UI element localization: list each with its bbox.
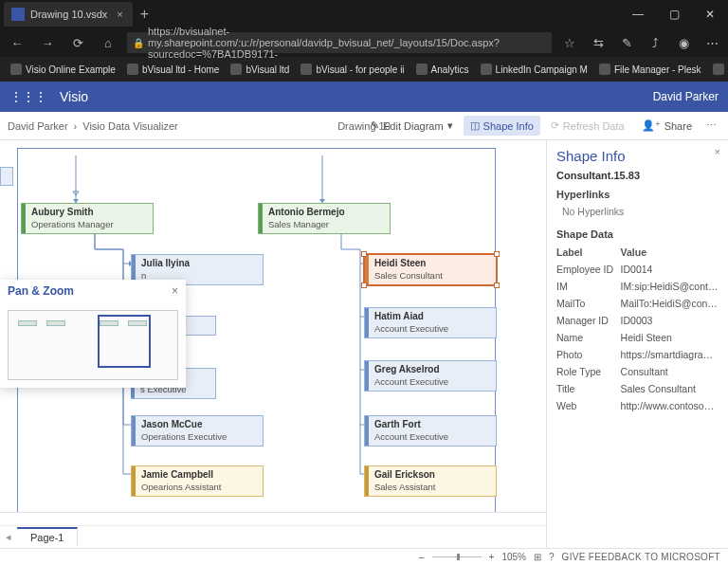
node-name: Jason McCue (141, 419, 257, 431)
bookmark-item[interactable]: bVisual ltd (226, 62, 294, 77)
node-role: Operations Manager (31, 219, 147, 230)
feedback-link[interactable]: GIVE FEEDBACK TO MICROSOFT (562, 552, 720, 562)
node-name: Antonio Bermejo (268, 207, 384, 219)
more-actions-icon[interactable]: ⋯ (702, 119, 720, 132)
url-text: https://bvisualnet-my.sharepoint.com/:u:… (148, 26, 546, 60)
bookmark-item[interactable]: LinkedIn (708, 62, 728, 77)
horizontal-scrollbar[interactable] (0, 513, 546, 526)
breadcrumb-root[interactable]: David Parker (8, 120, 68, 132)
node-role: Operations Executive (141, 431, 257, 443)
org-node-selected[interactable]: Heidi Steen Sales Consultant (364, 254, 497, 285)
table-row: MailToMailTo:HeidiS@con… (556, 295, 719, 312)
bookmark-favicon (599, 64, 610, 75)
close-panzoom-icon[interactable]: × (172, 284, 178, 298)
app-name: Visio (60, 89, 88, 104)
org-node[interactable]: Aubury Smith Operations Manager (21, 203, 154, 234)
share-icon: 👤⁺ (642, 119, 661, 132)
drawing-canvas[interactable]: Aubury Smith Operations Manager Julia Il… (0, 140, 546, 548)
document-title: Drawing 10 (337, 120, 391, 132)
share-button[interactable]: 👤⁺ Share (635, 116, 699, 136)
bookmark-item[interactable]: Visio Online Example (6, 62, 120, 77)
shape-data-table: LabelValue Employee IDID0014 IMIM:sip:He… (556, 244, 719, 414)
home-button[interactable]: ⌂ (97, 36, 119, 50)
node-name: Garth Fort (374, 419, 490, 431)
more-browser-icon[interactable]: ⋯ (701, 36, 722, 50)
org-node[interactable]: Hatim Aiad Account Executive (364, 307, 497, 338)
close-window-button[interactable]: ✕ (692, 0, 728, 28)
pan-zoom-title: Pan & Zoom (8, 284, 74, 298)
org-node[interactable]: Jason McCue Operations Executive (131, 415, 264, 447)
browser-tab[interactable]: Drawing 10.vsdx × (4, 2, 133, 27)
fit-page-icon[interactable]: ⊞ (534, 552, 541, 562)
address-bar[interactable]: 🔒 https://bvisualnet-my.sharepoint.com/:… (127, 32, 552, 53)
bookmark-favicon (300, 64, 312, 75)
refresh-button[interactable]: ⟳ (66, 36, 89, 50)
shape-info-pane: × Shape Info Consultant.15.83 Hyperlinks… (546, 140, 728, 548)
bookmark-item[interactable]: Analytics (411, 62, 474, 77)
table-row: Manager IDID0003 (556, 312, 719, 329)
back-button[interactable]: ← (6, 36, 28, 50)
forward-button[interactable]: → (36, 36, 59, 50)
bookmark-favicon (127, 64, 138, 75)
bookmarks-bar: Visio Online Example bVisual ltd - Home … (0, 57, 728, 82)
zoom-level: 105% (501, 552, 526, 562)
reading-icon[interactable]: ⇆ (588, 36, 609, 50)
pan-zoom-thumbnail[interactable] (0, 302, 186, 388)
bookmark-item[interactable]: bVisual ltd - Home (122, 62, 225, 77)
zoom-out-button[interactable]: – (419, 552, 425, 562)
zoom-slider[interactable] (432, 556, 482, 557)
org-node[interactable]: Antonio Bermejo Sales Manager (258, 203, 391, 234)
minimize-button[interactable]: — (620, 0, 656, 28)
table-row: TitleSales Consultant (556, 380, 719, 397)
app-launcher-icon[interactable]: ⋮⋮⋮ (9, 89, 46, 104)
table-row: Webhttp://www.contoso… (556, 397, 719, 414)
table-row: Employee IDID0014 (556, 261, 719, 278)
node-role: Account Executive (374, 323, 490, 335)
org-node[interactable]: Garth Fort Account Executive (364, 415, 497, 447)
node-role: Sales Assistant (374, 482, 490, 493)
node-role: Sales Consultant (374, 270, 490, 282)
chevron-down-icon: ▾ (447, 119, 453, 132)
bookmark-item[interactable]: File Manager - Plesk (594, 62, 706, 77)
node-role: Account Executive (374, 376, 490, 388)
breadcrumb-leaf[interactable]: Visio Data Visualizer (82, 120, 177, 132)
node-name: Jamie Campbell (141, 469, 257, 482)
org-node[interactable]: Jamie Campbell Opearions Assistant (131, 465, 264, 497)
shape-info-button[interactable]: ◫ Shape Info (464, 116, 540, 136)
node-name: Aubury Smith (31, 207, 147, 219)
hyperlinks-heading: Hyperlinks (556, 189, 719, 200)
refresh-icon: ⟳ (551, 119, 559, 132)
favorite-icon[interactable]: ☆ (559, 36, 580, 50)
lock-icon: 🔒 (133, 38, 144, 48)
page-tab[interactable]: Page-1 (17, 527, 78, 546)
node-role: Opearions Assistant (141, 482, 257, 493)
bookmark-item[interactable]: LinkedIn Campaign M (476, 62, 592, 77)
org-node[interactable]: Greg Akselrod Account Executive (364, 360, 497, 392)
notes-icon[interactable]: ✎ (616, 36, 637, 50)
extension-icon[interactable]: ◉ (673, 36, 694, 50)
table-row: Photohttps://smartdiagra… (556, 346, 719, 363)
table-row: Role TypeConsultant (556, 363, 719, 380)
bookmark-favicon (481, 64, 492, 75)
zoom-in-button[interactable]: + (489, 552, 495, 562)
share-browser-icon[interactable]: ⤴ (645, 36, 665, 50)
node-name: Gail Erickson (374, 469, 490, 482)
maximize-button[interactable]: ▢ (656, 0, 692, 28)
node-name: Greg Akselrod (374, 364, 490, 376)
close-pane-icon[interactable]: × (715, 146, 720, 157)
bookmark-favicon (713, 64, 724, 75)
new-tab-button[interactable]: + (140, 6, 149, 23)
close-tab-icon[interactable]: × (113, 9, 126, 20)
user-name-link[interactable]: David Parker (653, 90, 719, 103)
node-name: Hatim Aiad (374, 311, 490, 323)
bookmark-favicon (416, 64, 428, 75)
refresh-data-button: ⟳ Refresh Data (544, 116, 631, 136)
org-node[interactable]: Gail Erickson Sales Assistant (364, 465, 497, 497)
node-name: Julia Ilyina (141, 258, 257, 270)
no-hyperlinks-text: No Hyperlinks (556, 204, 719, 221)
info-icon: ◫ (470, 119, 480, 132)
bookmark-item[interactable]: bVisual - for people ii (296, 62, 409, 77)
pan-zoom-panel[interactable]: Pan & Zoom × (0, 280, 186, 388)
bookmark-favicon (10, 64, 22, 75)
help-icon[interactable]: ? (549, 552, 555, 562)
